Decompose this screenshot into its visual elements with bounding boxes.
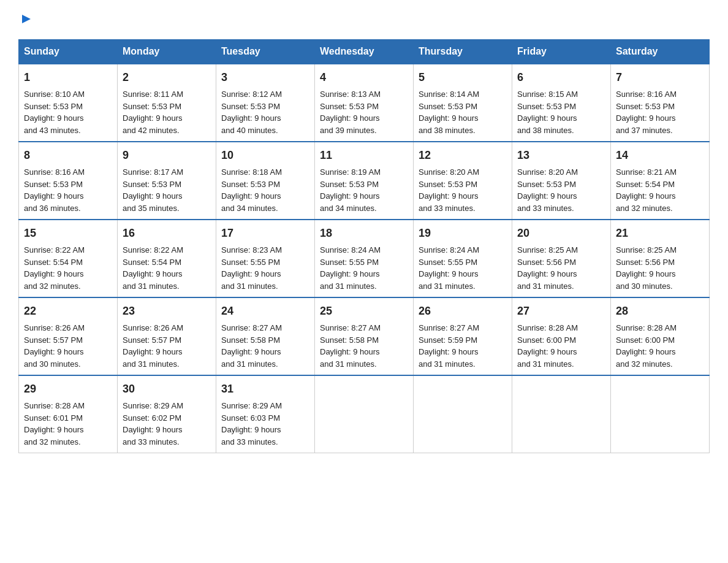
column-header-wednesday: Wednesday [315,40,414,64]
calendar-cell: 16Sunrise: 8:22 AMSunset: 5:54 PMDayligh… [118,220,216,297]
calendar-cell: 12Sunrise: 8:20 AMSunset: 5:53 PMDayligh… [414,142,512,220]
calendar-cell [414,375,512,453]
calendar-cell: 30Sunrise: 8:29 AMSunset: 6:02 PMDayligh… [118,375,216,453]
day-info: Sunrise: 8:16 AMSunset: 5:53 PMDaylight:… [616,90,677,135]
logo [18,12,33,28]
day-number: 10 [221,147,309,164]
day-info: Sunrise: 8:15 AMSunset: 5:53 PMDaylight:… [517,90,578,135]
calendar-cell: 25Sunrise: 8:27 AMSunset: 5:58 PMDayligh… [315,297,414,375]
calendar-table: SundayMondayTuesdayWednesdayThursdayFrid… [18,39,710,453]
calendar-cell: 18Sunrise: 8:24 AMSunset: 5:55 PMDayligh… [315,220,414,297]
calendar-cell: 31Sunrise: 8:29 AMSunset: 6:03 PMDayligh… [216,375,315,453]
day-number: 1 [24,69,112,86]
calendar-week-row: 22Sunrise: 8:26 AMSunset: 5:57 PMDayligh… [19,297,710,375]
day-info: Sunrise: 8:24 AMSunset: 5:55 PMDaylight:… [419,245,479,291]
column-header-thursday: Thursday [414,40,512,64]
calendar-cell: 14Sunrise: 8:21 AMSunset: 5:54 PMDayligh… [611,142,710,220]
calendar-week-row: 15Sunrise: 8:22 AMSunset: 5:54 PMDayligh… [19,220,710,297]
day-number: 23 [123,303,211,320]
calendar-cell: 3Sunrise: 8:12 AMSunset: 5:53 PMDaylight… [216,64,315,142]
calendar-cell: 2Sunrise: 8:11 AMSunset: 5:53 PMDaylight… [118,64,216,142]
day-info: Sunrise: 8:18 AMSunset: 5:53 PMDaylight:… [221,167,282,213]
day-number: 12 [419,147,507,164]
column-header-tuesday: Tuesday [216,40,315,64]
day-number: 24 [221,303,309,320]
svg-marker-0 [22,15,31,23]
day-number: 25 [320,303,408,320]
calendar-cell: 26Sunrise: 8:27 AMSunset: 5:59 PMDayligh… [414,297,512,375]
day-number: 19 [419,225,507,242]
calendar-cell: 28Sunrise: 8:28 AMSunset: 6:00 PMDayligh… [611,297,710,375]
day-number: 16 [123,225,211,242]
day-info: Sunrise: 8:27 AMSunset: 5:58 PMDaylight:… [320,323,381,369]
day-number: 8 [24,147,112,164]
day-number: 22 [24,303,112,320]
day-info: Sunrise: 8:23 AMSunset: 5:55 PMDaylight:… [221,245,282,291]
column-header-saturday: Saturday [611,40,710,64]
day-number: 28 [616,303,704,320]
day-info: Sunrise: 8:29 AMSunset: 6:02 PMDaylight:… [123,401,183,446]
day-number: 3 [221,69,309,86]
calendar-cell [315,375,414,453]
calendar-cell: 11Sunrise: 8:19 AMSunset: 5:53 PMDayligh… [315,142,414,220]
day-info: Sunrise: 8:25 AMSunset: 5:56 PMDaylight:… [616,245,677,291]
page-header [18,12,710,28]
day-info: Sunrise: 8:20 AMSunset: 5:53 PMDaylight:… [517,167,578,213]
day-info: Sunrise: 8:28 AMSunset: 6:01 PMDaylight:… [24,401,85,446]
calendar-week-row: 8Sunrise: 8:16 AMSunset: 5:53 PMDaylight… [19,142,710,220]
day-number: 15 [24,225,112,242]
day-info: Sunrise: 8:28 AMSunset: 6:00 PMDaylight:… [517,323,578,369]
day-info: Sunrise: 8:14 AMSunset: 5:53 PMDaylight:… [419,90,479,135]
calendar-cell: 15Sunrise: 8:22 AMSunset: 5:54 PMDayligh… [19,220,118,297]
day-number: 27 [517,303,605,320]
day-info: Sunrise: 8:10 AMSunset: 5:53 PMDaylight:… [24,90,85,135]
calendar-cell: 10Sunrise: 8:18 AMSunset: 5:53 PMDayligh… [216,142,315,220]
day-number: 20 [517,225,605,242]
day-number: 14 [616,147,704,164]
day-info: Sunrise: 8:25 AMSunset: 5:56 PMDaylight:… [517,245,578,291]
column-header-friday: Friday [512,40,611,64]
calendar-cell: 24Sunrise: 8:27 AMSunset: 5:58 PMDayligh… [216,297,315,375]
calendar-header-row: SundayMondayTuesdayWednesdayThursdayFrid… [19,40,710,64]
day-number: 21 [616,225,704,242]
day-number: 31 [221,381,309,397]
day-number: 17 [221,225,309,242]
day-number: 5 [419,69,507,86]
day-info: Sunrise: 8:26 AMSunset: 5:57 PMDaylight:… [24,323,85,369]
day-number: 2 [123,69,211,86]
day-number: 7 [616,69,704,86]
calendar-cell: 17Sunrise: 8:23 AMSunset: 5:55 PMDayligh… [216,220,315,297]
day-info: Sunrise: 8:21 AMSunset: 5:54 PMDaylight:… [616,167,677,213]
calendar-week-row: 1Sunrise: 8:10 AMSunset: 5:53 PMDaylight… [19,64,710,142]
column-header-sunday: Sunday [19,40,118,64]
day-info: Sunrise: 8:24 AMSunset: 5:55 PMDaylight:… [320,245,381,291]
day-number: 11 [320,147,408,164]
day-info: Sunrise: 8:27 AMSunset: 5:59 PMDaylight:… [419,323,479,369]
calendar-cell: 29Sunrise: 8:28 AMSunset: 6:01 PMDayligh… [19,375,118,453]
day-number: 26 [419,303,507,320]
calendar-cell: 1Sunrise: 8:10 AMSunset: 5:53 PMDaylight… [19,64,118,142]
column-header-monday: Monday [118,40,216,64]
calendar-cell [512,375,611,453]
day-info: Sunrise: 8:28 AMSunset: 6:00 PMDaylight:… [616,323,677,369]
day-info: Sunrise: 8:29 AMSunset: 6:03 PMDaylight:… [221,401,282,446]
calendar-cell: 7Sunrise: 8:16 AMSunset: 5:53 PMDaylight… [611,64,710,142]
calendar-cell: 6Sunrise: 8:15 AMSunset: 5:53 PMDaylight… [512,64,611,142]
calendar-cell [611,375,710,453]
calendar-cell: 13Sunrise: 8:20 AMSunset: 5:53 PMDayligh… [512,142,611,220]
day-number: 9 [123,147,211,164]
day-number: 6 [517,69,605,86]
day-info: Sunrise: 8:20 AMSunset: 5:53 PMDaylight:… [419,167,479,213]
day-number: 4 [320,69,408,86]
day-info: Sunrise: 8:16 AMSunset: 5:53 PMDaylight:… [24,167,85,213]
calendar-cell: 20Sunrise: 8:25 AMSunset: 5:56 PMDayligh… [512,220,611,297]
day-info: Sunrise: 8:26 AMSunset: 5:57 PMDaylight:… [123,323,183,369]
calendar-cell: 8Sunrise: 8:16 AMSunset: 5:53 PMDaylight… [19,142,118,220]
day-info: Sunrise: 8:22 AMSunset: 5:54 PMDaylight:… [24,245,85,291]
day-number: 30 [123,381,211,397]
day-info: Sunrise: 8:13 AMSunset: 5:53 PMDaylight:… [320,90,381,135]
day-info: Sunrise: 8:12 AMSunset: 5:53 PMDaylight:… [221,90,282,135]
calendar-cell: 19Sunrise: 8:24 AMSunset: 5:55 PMDayligh… [414,220,512,297]
day-info: Sunrise: 8:19 AMSunset: 5:53 PMDaylight:… [320,167,381,213]
day-info: Sunrise: 8:17 AMSunset: 5:53 PMDaylight:… [123,167,183,213]
